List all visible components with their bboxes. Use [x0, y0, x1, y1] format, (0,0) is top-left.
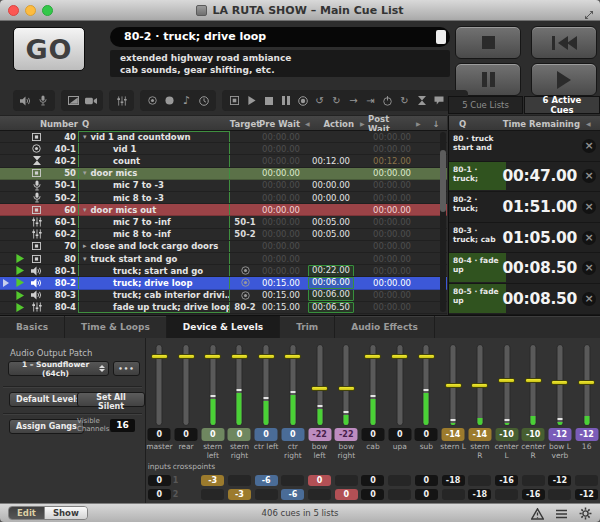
close-window-button[interactable]: [8, 5, 19, 16]
cue-row-80-3[interactable]: 80-3truck; cab interior drivi…00:15.0000…: [0, 290, 447, 302]
go-button[interactable]: GO: [13, 27, 85, 71]
fader-handle[interactable]: [364, 354, 381, 359]
cue-name[interactable]: mic 7 to -inf: [78, 216, 230, 227]
fader-track[interactable]: [450, 344, 457, 426]
cue-target[interactable]: [232, 241, 258, 252]
stop-active-cue-button[interactable]: ×: [582, 200, 596, 214]
sort-arrow-icon[interactable]: ↓: [430, 116, 442, 131]
devamp-icon-button[interactable]: ⇥: [364, 90, 377, 111]
disclosure-triangle-icon[interactable]: ▸: [83, 242, 87, 250]
cue-name[interactable]: truck; cab interior drivi…: [78, 290, 230, 301]
cue-number[interactable]: 60-1: [45, 216, 76, 227]
column-header-q[interactable]: Q: [82, 116, 89, 131]
cue-number[interactable]: 50: [45, 168, 76, 179]
clock-icon-button[interactable]: [197, 90, 210, 111]
fader-track[interactable]: [556, 344, 563, 426]
post-wait-value[interactable]: 00:00.00: [363, 253, 411, 264]
column-header-number[interactable]: Number: [40, 116, 78, 131]
fader-handle[interactable]: [525, 378, 542, 383]
reset-rewind-button[interactable]: [531, 26, 597, 59]
crosspoint-value[interactable]: 0: [308, 475, 331, 486]
levels-icon-button[interactable]: [115, 90, 128, 111]
crosspoint-value[interactable]: 0: [335, 489, 358, 500]
action-value[interactable]: 00:00.00: [303, 180, 359, 191]
cue-name[interactable]: count: [78, 155, 230, 166]
active-header-q[interactable]: Q: [459, 116, 466, 131]
crosspoint-value[interactable]: 0: [361, 475, 384, 486]
input-level-value[interactable]: 0: [148, 489, 171, 500]
stop-active-cue-button[interactable]: ×: [582, 261, 596, 275]
post-wait-value[interactable]: 00:00.00: [363, 192, 411, 203]
cue-target[interactable]: [232, 155, 258, 166]
tab-audio-effects[interactable]: Audio Effects: [335, 316, 435, 338]
pre-wait-value[interactable]: 00:00.00: [258, 180, 300, 191]
crosspoint-empty[interactable]: [228, 475, 251, 486]
cue-row-80-2[interactable]: 80-2truck; drive loop00:15.0000:06.0000:…: [0, 277, 447, 289]
pre-wait-value[interactable]: 00:00.00: [258, 168, 300, 179]
cue-number[interactable]: 40: [45, 131, 76, 142]
stop-all-button[interactable]: [455, 26, 521, 59]
mic-icon-button[interactable]: [36, 90, 49, 111]
cue-row-60-1[interactable]: 60-1mic 7 to -inf50-100:00.0000:05.0000:…: [0, 216, 447, 228]
pre-wait-value[interactable]: 00:00.00: [258, 143, 300, 154]
cue-name[interactable]: mic 7 to -3: [78, 180, 230, 191]
fader-handle[interactable]: [471, 383, 488, 388]
crosspoint-empty[interactable]: [388, 475, 411, 486]
crosspoint-empty[interactable]: [335, 475, 358, 486]
channel-level-value[interactable]: 0: [388, 428, 411, 441]
cue-target[interactable]: [232, 204, 258, 215]
active-cue-row[interactable]: 80 · truck start and×: [449, 131, 600, 162]
crosspoint-empty[interactable]: [281, 475, 304, 486]
cue-notes-field[interactable]: extended highway road ambiance cab sound…: [110, 50, 450, 77]
speaker-icon-button[interactable]: [19, 90, 32, 111]
crosspoint-value[interactable]: 0: [361, 489, 384, 500]
cue-name[interactable]: ▾truck start and go: [78, 253, 230, 264]
post-wait-value[interactable]: 00:00.00: [363, 229, 411, 240]
pre-wait-value[interactable]: 00:00.00: [258, 131, 300, 142]
crosspoint-value[interactable]: -12: [575, 489, 598, 500]
panic-icon-button[interactable]: [228, 90, 241, 111]
action-value[interactable]: [303, 241, 359, 252]
chat-icon-button[interactable]: [432, 90, 445, 111]
pre-wait-value[interactable]: 00:00.00: [258, 241, 300, 252]
crosspoint-value[interactable]: -16: [495, 475, 518, 486]
stop-active-cue-button[interactable]: ×: [582, 169, 596, 183]
cue-target[interactable]: 50-1: [232, 216, 258, 227]
column-header-pre-wait[interactable]: Pre Wait: [258, 116, 300, 131]
channel-level-value[interactable]: 0: [281, 428, 304, 441]
channel-level-value[interactable]: -14: [468, 428, 491, 441]
zoom-window-button[interactable]: [42, 5, 53, 16]
pre-wait-value[interactable]: 00:00.00: [258, 155, 300, 166]
cue-target[interactable]: [232, 253, 258, 264]
tab-time-loops[interactable]: Time & Loops: [65, 316, 167, 338]
tab-device-levels[interactable]: Device & Levels: [167, 316, 280, 338]
post-wait-value[interactable]: 00:00.00: [363, 265, 411, 276]
channel-level-value[interactable]: 0: [255, 428, 278, 441]
set-all-silent-button[interactable]: Set All Silent: [77, 392, 145, 407]
cue-row-80[interactable]: 80▾truck start and go00:00.0000:00.00: [0, 253, 447, 265]
crosspoint-value[interactable]: -3: [228, 489, 251, 500]
cue-row-80-4[interactable]: 80-4fade up truck; drive loop80-200:15.0…: [0, 302, 447, 314]
fullscreen-icon[interactable]: [584, 5, 594, 24]
action-value[interactable]: 00:06.00: [303, 290, 359, 301]
cue-row-50-1[interactable]: 50-1mic 7 to -300:00.0000:00.0000:00.00: [0, 180, 447, 192]
list-button[interactable]: [555, 507, 568, 520]
crosspoint-empty[interactable]: [522, 475, 545, 486]
cue-name[interactable]: ▾door mics: [78, 168, 230, 179]
fader-track[interactable]: [343, 344, 350, 426]
post-wait-value[interactable]: 00:00.00: [363, 277, 411, 288]
post-wait-value[interactable]: 00:00.00: [363, 216, 411, 227]
fader-track[interactable]: [156, 344, 163, 426]
fader-handle[interactable]: [391, 354, 408, 359]
column-header-post-wait[interactable]: Post Wait: [368, 116, 410, 131]
current-cue-title-field[interactable]: 80-2 · truck; drive loop: [110, 27, 450, 47]
channel-level-value[interactable]: 0: [148, 428, 171, 441]
fader-handle[interactable]: [258, 354, 275, 359]
cue-number[interactable]: 80-3: [45, 290, 76, 301]
fader-track[interactable]: [530, 344, 537, 426]
power-icon-button[interactable]: [381, 90, 394, 111]
crosspoint-empty[interactable]: [308, 489, 331, 500]
post-wait-value[interactable]: 00:12.00: [363, 155, 411, 166]
pre-wait-value[interactable]: 00:00.00: [258, 265, 300, 276]
assign-gangs-button[interactable]: Assign Gangs: [9, 419, 84, 434]
